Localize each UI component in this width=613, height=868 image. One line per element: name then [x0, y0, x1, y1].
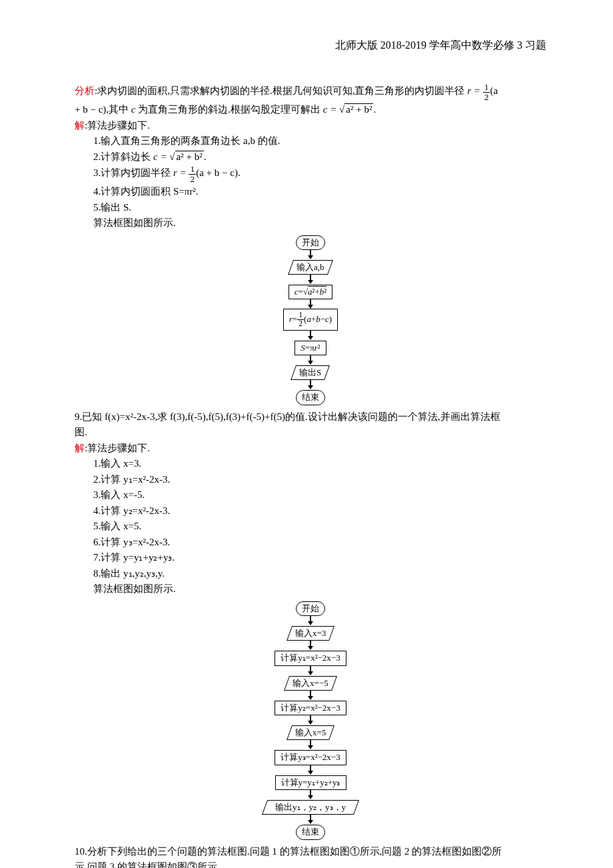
q10-line-2: 示,问题 3 的算法框图如图③所示. — [75, 859, 546, 868]
q9-line-1: 9.已知 f(x)=x²-2x-3,求 f(3),f(-5),f(5),f(3)… — [75, 409, 546, 425]
q9-line-2: 图. — [75, 425, 546, 440]
step8-2: 2.计算斜边长 c = √a² + b². — [93, 149, 546, 165]
step9-5: 5.输入 x=5. — [93, 519, 546, 534]
step8-3b: r = — [173, 167, 189, 178]
fc1-output: 输出S — [291, 365, 330, 380]
fc2-c1: 计算y₁=x²−2x−3 — [275, 651, 346, 665]
step8-3c: (a + b − c). — [196, 167, 240, 178]
step8-4: 4.计算内切圆面积 S=πr². — [93, 184, 546, 199]
fc2-c4: 计算y=y₁+y₂+y₃ — [275, 775, 346, 790]
analysis-eq-c: c = — [323, 104, 339, 115]
fc2-end: 结束 — [296, 825, 325, 839]
step9-6: 6.计算 y₃=x²-2x-3. — [93, 535, 546, 550]
fc2-c2: 计算y₂=x²−2x−3 — [275, 701, 346, 715]
analysis-line-2: + b − c),其中 c 为直角三角形的斜边.根据勾股定理可解出 c = √a… — [75, 102, 546, 117]
step8-5: 5.输出 S. — [93, 200, 546, 215]
fc2-out: 输出y₁，y₂，y₃，y — [262, 800, 359, 815]
analysis-label: 分析 — [75, 85, 95, 96]
fc1-input: 输入a,b — [288, 260, 333, 275]
analysis-l2b: c — [131, 104, 136, 115]
step8-2-sqrt: a² + b² — [175, 151, 204, 162]
solution-label-2: 解 — [75, 443, 85, 453]
fc1-calc-s: S=πr² — [295, 341, 326, 355]
analysis-line-1: 分析:求内切圆的面积,只需求解内切圆的半径.根据几何知识可知,直角三角形的内切圆… — [75, 83, 546, 101]
step9-1: 1.输入 x=3. — [93, 456, 546, 471]
fc2-c3: 计算y₃=x²−2x−3 — [275, 750, 346, 765]
fc2-in2: 输入x=−5 — [284, 676, 337, 691]
solution-9-intro: :算法步骤如下. — [85, 443, 150, 453]
step9-fignote: 算法框图如图所示. — [93, 581, 546, 597]
fc1-start: 开始 — [296, 235, 325, 250]
step9-3: 3.输入 x=-5. — [93, 487, 546, 503]
flowchart-1: 开始 输入a,b c=√a²+b² r=12(a+b−c) S=πr² 输出S … — [75, 235, 546, 405]
var-r: r = — [467, 85, 482, 96]
flowchart-2: 开始 输入x=3 计算y₁=x²−2x−3 输入x=−5 计算y₂=x²−2x−… — [75, 601, 546, 840]
solution-8-head: 解:算法步骤如下. — [75, 118, 546, 133]
fc2-in1: 输入x=3 — [287, 626, 334, 641]
fc2-in3: 输入x=5 — [287, 725, 334, 740]
page-header: 北师大版 2018-2019 学年高中数学必修 3 习题 — [75, 37, 546, 53]
analysis-sqrt-inner: a² + b² — [344, 103, 373, 115]
solution-label-1: 解 — [75, 120, 85, 131]
step8-3a: 3.计算内切圆半径 — [93, 167, 173, 178]
step8-2b: c = — [153, 151, 169, 162]
step8-2a: 2.计算斜边长 — [93, 151, 153, 162]
step8-3: 3.计算内切圆半径 r = 12(a + b − c). — [93, 165, 546, 183]
step8-1: 1.输入直角三角形的两条直角边长 a,b 的值. — [93, 133, 546, 149]
analysis-l2c: 为直角三角形的斜边.根据勾股定理可解出 — [136, 104, 323, 115]
fc1-calc-c: c=√a²+b² — [289, 285, 332, 299]
analysis-r-suffix: (a — [490, 85, 498, 96]
page: 北师大版 2018-2019 学年高中数学必修 3 习题 分析:求内切圆的面积,… — [0, 0, 613, 868]
q10-line-1: 10.分析下列给出的三个问题的算法框图.问题 1 的算法框图如图①所示,问题 2… — [75, 844, 546, 859]
analysis-l2a: + b − c),其中 — [75, 104, 131, 115]
solution-8-intro: :算法步骤如下. — [85, 120, 150, 131]
step9-7: 7.计算 y=y₁+y₂+y₃. — [93, 550, 546, 565]
fc1-calc-r: r=12(a+b−c) — [283, 309, 338, 330]
step9-2: 2.计算 y₁=x²-2x-3. — [93, 472, 546, 487]
step9-8: 8.输出 y₁,y₂,y₃,y. — [93, 566, 546, 581]
fc2-start: 开始 — [296, 601, 325, 616]
step8-fignote: 算法框图如图所示. — [93, 215, 546, 231]
solution-9-head: 解:算法步骤如下. — [75, 441, 546, 456]
analysis-text-1: :求内切圆的面积,只需求解内切圆的半径.根据几何知识可知,直角三角形的内切圆半径 — [95, 85, 467, 96]
step9-4: 4.计算 y₂=x²-2x-3. — [93, 503, 546, 519]
fc1-end: 结束 — [296, 390, 325, 405]
